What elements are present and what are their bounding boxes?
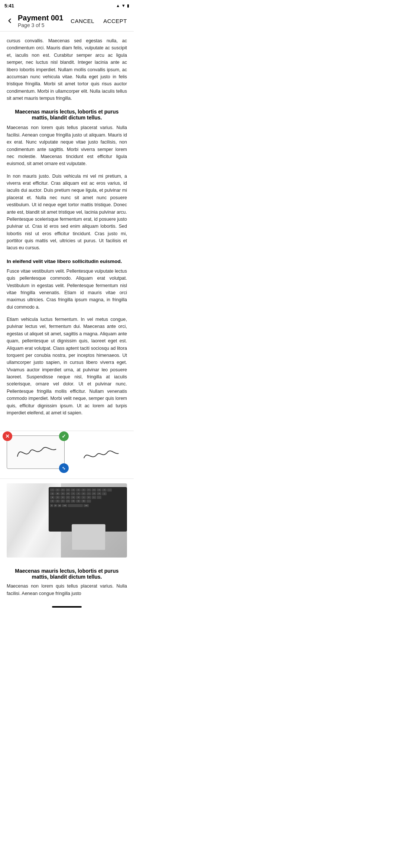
header: Payment 001 Page 3 of 5 CANCEL ACCEPT <box>0 10 134 32</box>
status-icons: ▲ ▼ ▮ <box>116 3 129 8</box>
signal-icon: ▲ <box>116 3 120 8</box>
paragraph-3: In non mauris justo. Duis vehicula mi ve… <box>7 173 127 252</box>
status-bar: 5:41 ▲ ▼ ▮ <box>0 0 134 10</box>
check-icon: ✓ <box>62 434 66 439</box>
x-icon: ✕ <box>5 434 10 439</box>
signature-box-right <box>74 439 127 473</box>
image-area: ~12 345 678 90- QWE RTY UIO P[ ASD FGH J… <box>0 479 134 562</box>
cancel-button[interactable]: CANCEL <box>68 16 97 26</box>
paragraph-2: Maecenas non lorem quis tellus placerat … <box>7 124 127 167</box>
document-content: cursus convallis. Maecenas sed egestas n… <box>0 32 134 428</box>
back-button[interactable] <box>4 16 15 26</box>
heading-1: Maecenas mauris lectus, lobortis et puru… <box>7 109 127 121</box>
paragraph-1: cursus convallis. Maecenas sed egestas n… <box>7 37 127 102</box>
heading-2: In eleifend velit vitae libero sollicitu… <box>7 259 127 264</box>
header-actions: CANCEL ACCEPT <box>68 16 129 26</box>
laptop-photo: ~12 345 678 90- QWE RTY UIO P[ ASD FGH J… <box>7 483 127 558</box>
bottom-section: Maecenas mauris lectus, lobortis et puru… <box>0 562 134 603</box>
wifi-icon: ▼ <box>121 3 125 8</box>
signature-image-left <box>12 438 59 466</box>
signature-resize-button[interactable]: ⤡ <box>59 463 69 473</box>
resize-icon: ⤡ <box>62 466 65 470</box>
signature-area: ✕ ✓ ⤡ <box>0 431 134 476</box>
paragraph-5: Etiam vehicula luctus fermentum. In vel … <box>7 316 127 417</box>
status-time: 5:41 <box>4 3 14 9</box>
battery-icon: ▮ <box>127 3 129 8</box>
signature-box-left[interactable]: ✕ ✓ ⤡ <box>7 435 65 469</box>
home-indicator <box>52 606 82 608</box>
signature-accept-button[interactable]: ✓ <box>59 431 69 441</box>
nav-bar <box>0 603 134 611</box>
bottom-heading: Maecenas mauris lectus, lobortis et puru… <box>7 568 127 580</box>
signature-image-right <box>81 443 120 469</box>
signature-cancel-button[interactable]: ✕ <box>3 431 12 441</box>
page-indicator: Page 3 of 5 <box>18 22 65 28</box>
trackpad <box>72 524 105 550</box>
bottom-paragraph: Maecenas non lorem quis tellus placerat … <box>7 583 127 597</box>
document-title: Payment 001 <box>18 13 65 22</box>
header-title-block: Payment 001 Page 3 of 5 <box>18 13 65 28</box>
paragraph-4: Fusce vitae vestibulum velit. Pellentesq… <box>7 268 127 311</box>
accept-button[interactable]: ACCEPT <box>101 16 129 26</box>
